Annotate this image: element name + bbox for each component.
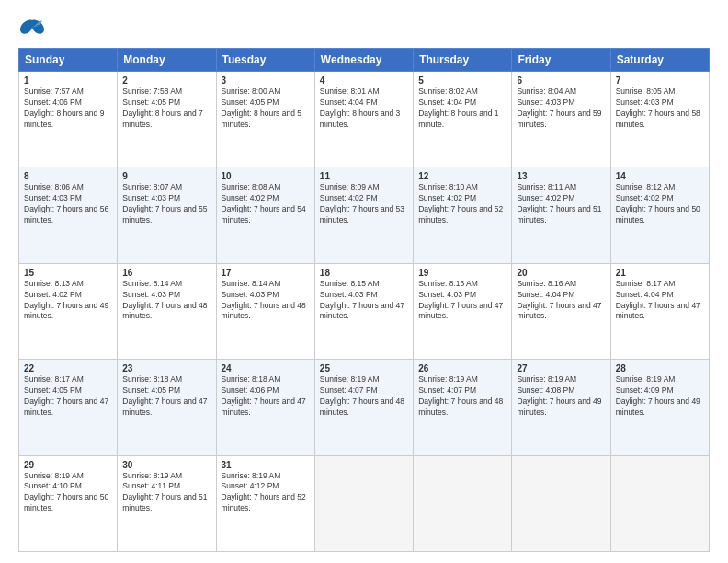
calendar-day-cell: 13Sunrise: 8:11 AM Sunset: 4:02 PM Dayli… — [512, 167, 610, 263]
day-info: Sunrise: 8:18 AM Sunset: 4:05 PM Dayligh… — [122, 374, 210, 419]
calendar-day-cell: 6Sunrise: 8:04 AM Sunset: 4:03 PM Daylig… — [512, 72, 610, 167]
day-number: 13 — [517, 171, 605, 181]
day-number: 18 — [320, 268, 408, 278]
calendar-day-cell: 1Sunrise: 7:57 AM Sunset: 4:06 PM Daylig… — [19, 72, 118, 167]
calendar-day-cell: 15Sunrise: 8:13 AM Sunset: 4:02 PM Dayli… — [19, 263, 118, 359]
day-number: 4 — [320, 75, 408, 86]
calendar-week-row: 1Sunrise: 7:57 AM Sunset: 4:06 PM Daylig… — [19, 72, 710, 167]
calendar-day-cell: 16Sunrise: 8:14 AM Sunset: 4:03 PM Dayli… — [118, 263, 216, 359]
calendar-day-cell: 11Sunrise: 8:09 AM Sunset: 4:02 PM Dayli… — [314, 167, 413, 263]
day-info: Sunrise: 8:12 AM Sunset: 4:02 PM Dayligh… — [616, 182, 704, 226]
day-info: Sunrise: 8:19 AM Sunset: 4:07 PM Dayligh… — [320, 374, 408, 419]
calendar-day-cell: 22Sunrise: 8:17 AM Sunset: 4:05 PM Dayli… — [19, 360, 118, 455]
day-info: Sunrise: 8:07 AM Sunset: 4:03 PM Dayligh… — [122, 182, 210, 226]
weekday-header-tuesday: Tuesday — [216, 49, 314, 72]
calendar-body: 1Sunrise: 7:57 AM Sunset: 4:06 PM Daylig… — [19, 72, 710, 552]
day-number: 20 — [517, 268, 605, 278]
day-info: Sunrise: 7:57 AM Sunset: 4:06 PM Dayligh… — [24, 86, 112, 131]
day-number: 22 — [24, 363, 112, 373]
day-info: Sunrise: 8:16 AM Sunset: 4:04 PM Dayligh… — [517, 279, 605, 323]
day-number: 29 — [24, 460, 112, 470]
calendar-day-cell: 2Sunrise: 7:58 AM Sunset: 4:05 PM Daylig… — [118, 72, 216, 167]
day-info: Sunrise: 8:11 AM Sunset: 4:02 PM Dayligh… — [517, 182, 605, 226]
calendar-day-cell: 23Sunrise: 8:18 AM Sunset: 4:05 PM Dayli… — [118, 360, 216, 455]
day-info: Sunrise: 8:14 AM Sunset: 4:03 PM Dayligh… — [122, 279, 210, 323]
day-number: 23 — [122, 363, 210, 373]
day-info: Sunrise: 8:08 AM Sunset: 4:02 PM Dayligh… — [222, 182, 310, 226]
day-info: Sunrise: 8:10 AM Sunset: 4:02 PM Dayligh… — [418, 182, 506, 226]
day-number: 6 — [517, 75, 605, 86]
day-info: Sunrise: 8:15 AM Sunset: 4:03 PM Dayligh… — [320, 279, 408, 323]
day-info: Sunrise: 8:02 AM Sunset: 4:04 PM Dayligh… — [418, 86, 506, 131]
calendar-week-row: 15Sunrise: 8:13 AM Sunset: 4:02 PM Dayli… — [19, 263, 710, 359]
day-number: 1 — [24, 75, 112, 86]
calendar-day-cell: 4Sunrise: 8:01 AM Sunset: 4:04 PM Daylig… — [314, 72, 413, 167]
day-number: 8 — [24, 171, 112, 181]
calendar-day-cell: 8Sunrise: 8:06 AM Sunset: 4:03 PM Daylig… — [19, 167, 118, 263]
day-info: Sunrise: 8:14 AM Sunset: 4:03 PM Dayligh… — [222, 279, 310, 323]
day-info: Sunrise: 8:19 AM Sunset: 4:09 PM Dayligh… — [616, 374, 704, 419]
day-info: Sunrise: 7:58 AM Sunset: 4:05 PM Dayligh… — [122, 86, 210, 131]
day-number: 10 — [222, 171, 310, 181]
logo — [18, 17, 50, 39]
day-info: Sunrise: 8:19 AM Sunset: 4:08 PM Dayligh… — [517, 374, 605, 419]
day-number: 21 — [616, 268, 704, 278]
weekday-header-monday: Monday — [118, 49, 216, 72]
header — [18, 17, 710, 39]
calendar-day-cell: 19Sunrise: 8:16 AM Sunset: 4:03 PM Dayli… — [414, 263, 512, 359]
calendar-day-cell: 20Sunrise: 8:16 AM Sunset: 4:04 PM Dayli… — [512, 263, 610, 359]
calendar-week-row: 22Sunrise: 8:17 AM Sunset: 4:05 PM Dayli… — [19, 360, 710, 455]
calendar-day-cell: 21Sunrise: 8:17 AM Sunset: 4:04 PM Dayli… — [610, 263, 709, 359]
day-number: 7 — [616, 75, 704, 86]
weekday-header-saturday: Saturday — [610, 49, 709, 72]
weekday-header-wednesday: Wednesday — [314, 49, 413, 72]
day-info: Sunrise: 8:05 AM Sunset: 4:03 PM Dayligh… — [616, 86, 704, 131]
day-number: 9 — [122, 171, 210, 181]
logo-icon — [18, 17, 46, 39]
calendar-day-cell: 17Sunrise: 8:14 AM Sunset: 4:03 PM Dayli… — [216, 263, 314, 359]
day-info: Sunrise: 8:13 AM Sunset: 4:02 PM Dayligh… — [24, 279, 112, 323]
calendar-day-cell: 25Sunrise: 8:19 AM Sunset: 4:07 PM Dayli… — [314, 360, 413, 455]
day-info: Sunrise: 8:00 AM Sunset: 4:05 PM Dayligh… — [222, 86, 310, 131]
day-number: 27 — [517, 363, 605, 373]
calendar-day-cell — [314, 455, 413, 551]
day-info: Sunrise: 8:17 AM Sunset: 4:04 PM Dayligh… — [616, 279, 704, 323]
calendar-day-cell: 10Sunrise: 8:08 AM Sunset: 4:02 PM Dayli… — [216, 167, 314, 263]
day-info: Sunrise: 8:19 AM Sunset: 4:07 PM Dayligh… — [418, 374, 506, 419]
calendar-table: SundayMondayTuesdayWednesdayThursdayFrid… — [18, 48, 710, 552]
calendar-day-cell: 30Sunrise: 8:19 AM Sunset: 4:11 PM Dayli… — [118, 455, 216, 551]
calendar-day-cell: 7Sunrise: 8:05 AM Sunset: 4:03 PM Daylig… — [610, 72, 709, 167]
day-number: 14 — [616, 171, 704, 181]
day-number: 3 — [222, 75, 310, 86]
calendar-day-cell: 18Sunrise: 8:15 AM Sunset: 4:03 PM Dayli… — [314, 263, 413, 359]
day-number: 25 — [320, 363, 408, 373]
day-number: 19 — [418, 268, 506, 278]
weekday-header-thursday: Thursday — [414, 49, 512, 72]
day-info: Sunrise: 8:06 AM Sunset: 4:03 PM Dayligh… — [24, 182, 112, 226]
calendar-day-cell: 28Sunrise: 8:19 AM Sunset: 4:09 PM Dayli… — [610, 360, 709, 455]
calendar-day-cell — [414, 455, 512, 551]
calendar-day-cell: 12Sunrise: 8:10 AM Sunset: 4:02 PM Dayli… — [414, 167, 512, 263]
calendar-day-cell: 9Sunrise: 8:07 AM Sunset: 4:03 PM Daylig… — [118, 167, 216, 263]
day-number: 17 — [222, 268, 310, 278]
day-info: Sunrise: 8:01 AM Sunset: 4:04 PM Dayligh… — [320, 86, 408, 131]
day-info: Sunrise: 8:19 AM Sunset: 4:11 PM Dayligh… — [122, 471, 210, 515]
calendar-day-cell: 29Sunrise: 8:19 AM Sunset: 4:10 PM Dayli… — [19, 455, 118, 551]
day-info: Sunrise: 8:17 AM Sunset: 4:05 PM Dayligh… — [24, 374, 112, 419]
calendar-day-cell — [512, 455, 610, 551]
day-info: Sunrise: 8:19 AM Sunset: 4:12 PM Dayligh… — [222, 471, 310, 515]
day-info: Sunrise: 8:19 AM Sunset: 4:10 PM Dayligh… — [24, 471, 112, 515]
page: SundayMondayTuesdayWednesdayThursdayFrid… — [0, 0, 728, 563]
calendar-day-cell — [610, 455, 709, 551]
calendar-week-row: 29Sunrise: 8:19 AM Sunset: 4:10 PM Dayli… — [19, 455, 710, 551]
day-info: Sunrise: 8:18 AM Sunset: 4:06 PM Dayligh… — [222, 374, 310, 419]
calendar-day-cell: 24Sunrise: 8:18 AM Sunset: 4:06 PM Dayli… — [216, 360, 314, 455]
day-number: 12 — [418, 171, 506, 181]
calendar-day-cell: 14Sunrise: 8:12 AM Sunset: 4:02 PM Dayli… — [610, 167, 709, 263]
day-number: 30 — [122, 460, 210, 470]
weekday-header-sunday: Sunday — [19, 49, 118, 72]
day-number: 24 — [222, 363, 310, 373]
calendar-week-row: 8Sunrise: 8:06 AM Sunset: 4:03 PM Daylig… — [19, 167, 710, 263]
day-number: 28 — [616, 363, 704, 373]
day-info: Sunrise: 8:09 AM Sunset: 4:02 PM Dayligh… — [320, 182, 408, 226]
